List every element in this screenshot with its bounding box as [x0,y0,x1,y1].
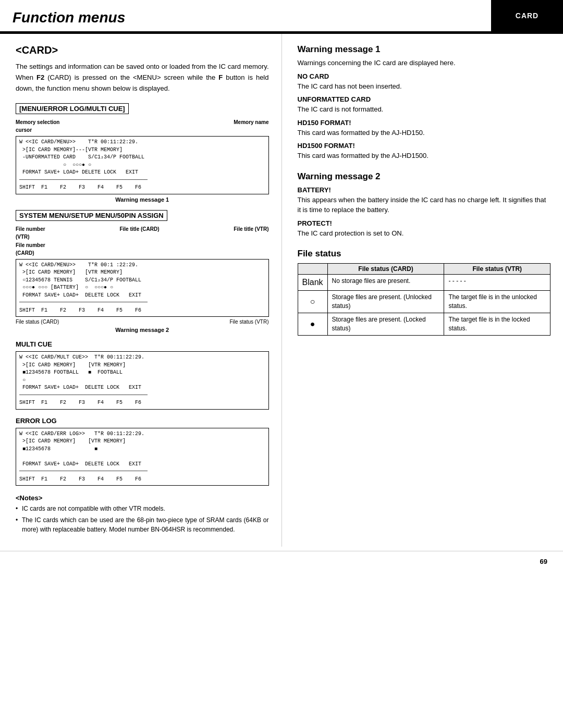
card-text-1: No storage files are present. [327,275,444,291]
notes-item-1: IC cards are not compatible with other V… [16,504,269,513]
screen-diagram-1: W <<IC CARD/MENU>> T*R 00:11:22:29. >[IC… [16,136,269,194]
diagram2-annotations: File number(VTR) File title (CARD) File … [16,225,269,257]
battery-label: BATTERY! [298,186,551,194]
warning-msg-2-label: Warning message 2 [16,327,269,333]
card-text-3: Storage files are present. (Locked statu… [327,313,444,335]
ann-file-number-card: File number(CARD) [16,242,45,256]
card-tab: CARD [491,0,563,31]
warning-2-heading: Warning message 2 [298,171,551,182]
hd150-label: HD150 FORMAT! [298,119,551,127]
symbol-circle: ○ [298,291,327,313]
diagram1-annotations: Memory selectioncursor Memory name [16,118,269,134]
screen-diagram-2: W <<IC CARD/MENU>> T*R 00:1 :22:29. >[IC… [16,259,269,317]
card-intro: The settings and information can be save… [16,61,269,94]
menu-error-log-label: [MENU/ERROR LOG/MULTI CUE] [16,103,129,114]
warning-1-intro: Warnings concerning the IC card are disp… [298,58,551,68]
ann-file-status-vtr: File status (VTR) [229,319,268,325]
error-log-label: ERROR LOG [16,417,269,425]
diagram2-below-annotations: File status (CARD) File status (VTR) [16,319,269,325]
multi-cue-label: MULTI CUE [16,340,269,348]
notes-item-2: The IC cards which can be used are the 6… [16,515,269,534]
unformatted-text: The IC card is not formatted. [298,104,551,115]
ann-file-status-card: File status (CARD) [16,319,59,325]
warning-msg-1-label: Warning message 1 [16,196,269,203]
file-status-row-3: ● Storage files are present. (Locked sta… [298,313,550,335]
protect-label: PROTECT! [298,219,551,227]
notes-list: IC cards are not compatible with other V… [16,504,269,534]
ann-file-number-vtr: File number(VTR) [16,225,45,241]
warning-1-heading: Warning message 1 [298,44,551,55]
card-heading: <CARD> [16,44,269,56]
unformatted-label: UNFORMATTED CARD [298,95,551,103]
hd1500-label: HD1500 FORMAT! [298,142,551,150]
ann-file-title-vtr: File title (VTR) [234,225,268,241]
page-title-area: Function menus [0,0,491,31]
right-column: Warning message 1 Warnings concerning th… [282,34,564,547]
screen-lines-1: W <<IC CARD/MENU>> T*R 00:11:22:29. >[IC… [19,139,265,192]
vtr-text-3: The target file is in the locked status. [444,313,550,335]
symbol-filled-circle: ● [298,313,327,335]
page-number: 69 [0,551,563,572]
page-wrapper: Function menus CARD <CARD> The settings … [0,0,563,572]
screen-lines-2: W <<IC CARD/MENU>> T*R 00:1 :22:29. >[IC… [19,262,265,315]
notes-heading: <Notes> [16,494,269,502]
file-status-row-1: Blank No storage files are present. - - … [298,275,550,291]
no-card-text: The IC card has not been inserted. [298,81,551,92]
battery-text: This appears when the battery inside the… [298,195,551,215]
protect-text: The IC card protection is set to ON. [298,228,551,239]
page-title: Function menus [13,9,125,26]
vtr-text-1: - - - - - [444,275,550,291]
hd150-text: This card was formatted by the AJ-HD150. [298,128,551,138]
file-status-heading: File status [298,249,551,259]
vtr-text-2: The target file is in the unlocked statu… [444,291,550,313]
left-column: <CARD> The settings and information can … [0,34,282,547]
screen-lines-4: W <<IC CARD/ERR LOG>> T*R 00:11:22:29. >… [19,430,265,484]
file-status-row-2: ○ Storage files are present. (Unlocked s… [298,291,550,313]
screen-diagram-4: W <<IC CARD/ERR LOG>> T*R 00:11:22:29. >… [16,428,269,486]
screen-diagram-3: W <<IC CARD/MULT CUE>> T*R 00:11:22:29. … [16,351,269,410]
card-text-2: Storage files are present. (Unlocked sta… [327,291,444,313]
no-card-label: NO CARD [298,72,551,80]
file-status-table: File status (CARD) File status (VTR) Bla… [298,263,551,336]
system-menu-label: SYSTEM MENU/SETUP MENU/50PIN ASSIGN [16,210,167,221]
notes-section: <Notes> IC cards are not compatible with… [16,494,269,534]
col-card-header: File status (CARD) [327,264,444,275]
page-header: Function menus CARD [0,0,563,33]
ann-memory-selection: Memory selectioncursor [16,118,59,134]
col-symbol-header [298,264,327,275]
ann-file-title-card: File title (CARD) [119,225,159,241]
symbol-blank: Blank [298,275,327,291]
screen-lines-3: W <<IC CARD/MULT CUE>> T*R 00:11:22:29. … [19,354,265,407]
ann-memory-name: Memory name [234,118,268,134]
hd1500-text: This card was formatted by the AJ-HD1500… [298,151,551,161]
col-vtr-header: File status (VTR) [444,264,550,275]
main-content: <CARD> The settings and information can … [0,34,563,547]
